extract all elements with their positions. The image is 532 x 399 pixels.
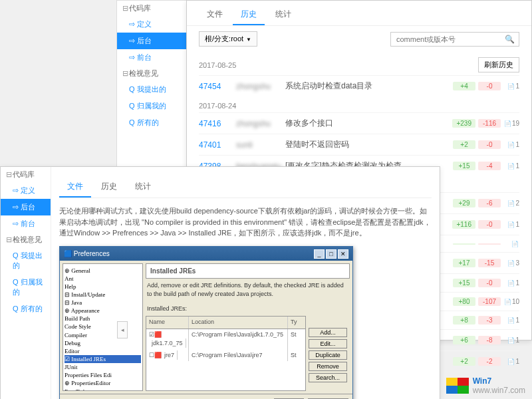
tab-files[interactable]: 文件 [59, 176, 91, 198]
files-count: 10 [503, 298, 519, 305]
collapse-toggle[interactable]: ◂ [117, 321, 128, 338]
sidebar-item-mine[interactable]: Q 我提出的 [117, 81, 187, 98]
search-button[interactable]: Search... [309, 373, 347, 382]
deletions-badge: -2 [478, 357, 501, 366]
commit-author: zhongshu [236, 119, 276, 128]
refresh-button[interactable]: 刷新历史 [478, 57, 519, 72]
tree-item[interactable]: Ant [65, 275, 141, 283]
pref-desc: Add, remove or edit JRE definitions. By … [146, 279, 350, 302]
minimize-icon[interactable]: _ [314, 249, 325, 259]
sidebar-item-define[interactable]: ⇨ 定义 [117, 16, 187, 33]
additions-badge: +29 [453, 199, 475, 207]
search-icon[interactable]: 🔍 [505, 35, 515, 44]
commit-row[interactable]: 47454zhongshu系统启动时检查data目录+4-01 [199, 75, 519, 96]
tree-item[interactable]: ⊟ Install/Update [65, 291, 141, 299]
tree-item[interactable]: Help [65, 283, 141, 291]
toolbar: 根/分支:root▼ 🔍 [187, 26, 531, 52]
deletions-badge: -0 [478, 82, 501, 90]
files-count: 19 [503, 120, 519, 127]
doc-panel: ⊟代码库 ⇨ 定义 ⇨ 后台 ⇨ 前台 ⊟检视意见 Q 我提出的 Q 归属我的 … [0, 166, 440, 399]
tree-item[interactable]: Code Style [65, 323, 141, 331]
pref-heading: Installed JREs [146, 263, 350, 279]
sidebar-item-backend[interactable]: ⇨ 后台 [117, 33, 187, 49]
deletions-badge: -0 [478, 279, 501, 287]
sidebar-item-frontend[interactable]: ⇨ 前台 [117, 49, 187, 66]
table-row[interactable]: ☑🟥jdk1.7.0_75C:\Program Files\Java\jdk1.… [146, 329, 305, 350]
commit-message: 登陆时不返回密码 [285, 139, 444, 150]
tree-item[interactable]: Properties Files Edi [65, 371, 141, 379]
additions-badge: +239 [452, 119, 475, 128]
additions-badge: +2 [453, 140, 475, 149]
tab-history[interactable]: 历史 [233, 5, 265, 25]
tree-item[interactable]: Run/Debug [65, 388, 141, 391]
sidebar-item-all[interactable]: Q 所有的 [1, 301, 51, 317]
tree-item[interactable]: ⊕ General [65, 267, 141, 275]
pref-tree[interactable]: ⊕ General Ant Help⊟ Install/Update⊟ Java… [63, 263, 143, 391]
sidebar-item-mine[interactable]: Q 我提出的 [1, 247, 51, 274]
files-count: 1 [503, 336, 519, 344]
deletions-badge: -3 [478, 316, 501, 325]
tree-item[interactable]: ⊟ Java [65, 299, 141, 307]
tree-item[interactable]: ☑ Installed JREs [65, 355, 141, 363]
chevron-icon[interactable]: ⊟ [122, 4, 128, 13]
deletions-badge: -15 [478, 259, 501, 267]
files-count: 1 [503, 358, 519, 365]
files-count: 3 [503, 259, 519, 267]
tree-item[interactable]: ⊕ Appearance [65, 307, 141, 315]
tree-item[interactable]: Compiler [65, 331, 141, 339]
sidebar-item-frontend[interactable]: ⇨ 前台 [1, 215, 51, 232]
additions-badge [453, 243, 475, 245]
files-count: 1 [503, 279, 519, 287]
tab-files[interactable]: 文件 [199, 5, 231, 24]
add-button[interactable]: Add... [309, 328, 347, 337]
commit-message: 修改多个接口 [285, 118, 443, 129]
tab-stats[interactable]: 统计 [267, 5, 299, 24]
commit-id[interactable]: 47401 [199, 140, 227, 150]
search-box[interactable]: 🔍 [390, 32, 519, 47]
date-header: 2017-08-24 [199, 96, 519, 112]
tree-item[interactable]: Editor [65, 347, 141, 355]
tree-item[interactable]: ⊕ PropertiesEditor [65, 379, 141, 387]
commit-row[interactable]: 47416zhongshu修改多个接口+239-11619 [199, 112, 519, 134]
sidebar-item-all[interactable]: Q 所有的 [117, 114, 187, 131]
commit-id[interactable]: 47454 [199, 82, 227, 91]
maximize-icon[interactable]: □ [326, 249, 336, 259]
deletions-badge: -8 [478, 336, 501, 344]
tree-item[interactable]: JUnit [65, 363, 141, 371]
additions-badge: +116 [452, 220, 475, 229]
sidebar-item-backend[interactable]: ⇨ 后台 [1, 199, 51, 215]
search-input[interactable] [395, 35, 505, 44]
tab-stats[interactable]: 统计 [127, 176, 159, 196]
table-row[interactable]: ☐🟥jre7C:\Program Files\Java\jre7St [146, 350, 305, 362]
remove-button[interactable]: Remove [309, 362, 347, 371]
additions-badge: +6 [453, 336, 475, 344]
caret-down-icon: ▼ [246, 37, 251, 43]
additions-badge: +4 [453, 82, 475, 90]
chevron-icon[interactable]: ⊟ [122, 69, 128, 78]
pref-buttons: Add...Edit...DuplicateRemoveSearch... [309, 328, 347, 391]
additions-badge: +15 [453, 279, 475, 287]
close-icon[interactable]: ✕ [338, 249, 348, 259]
tab-history[interactable]: 历史 [93, 176, 125, 196]
date-header: 2017-08-25刷新历史 [199, 52, 519, 75]
sidebar-item-tome[interactable]: Q 归属我的 [1, 274, 51, 301]
windows-logo-icon [446, 378, 469, 394]
edit-button[interactable]: Edit... [309, 339, 347, 348]
tree-item[interactable]: Build Path [65, 315, 141, 323]
dialog-titlebar[interactable]: 🟦 Preferences _□✕ [60, 247, 352, 261]
deletions-badge: -6 [478, 199, 501, 207]
tree-item[interactable]: Debug [65, 339, 141, 347]
commit-row[interactable]: 47401sunli登陆时不返回密码+2-01 [199, 134, 519, 155]
additions-badge: +15 [453, 162, 475, 170]
sidebar-item-tome[interactable]: Q 归属我的 [117, 98, 187, 114]
files-count [503, 240, 519, 247]
section-codebase: ⊟代码库 [1, 167, 51, 182]
sidebar-item-define[interactable]: ⇨ 定义 [1, 182, 51, 199]
jre-table[interactable]: NameLocationTy ☑🟥jdk1.7.0_75C:\Program F… [146, 316, 306, 391]
duplicate-button[interactable]: Duplicate [309, 350, 347, 360]
preferences-dialog: 🟦 Preferences _□✕ ⊕ General Ant Help⊟ In… [59, 246, 353, 400]
section-codebase: ⊟代码库 [117, 1, 187, 16]
branch-selector[interactable]: 根/分支:root▼ [199, 31, 257, 47]
deletions-badge [478, 243, 501, 245]
commit-id[interactable]: 47416 [199, 119, 227, 128]
